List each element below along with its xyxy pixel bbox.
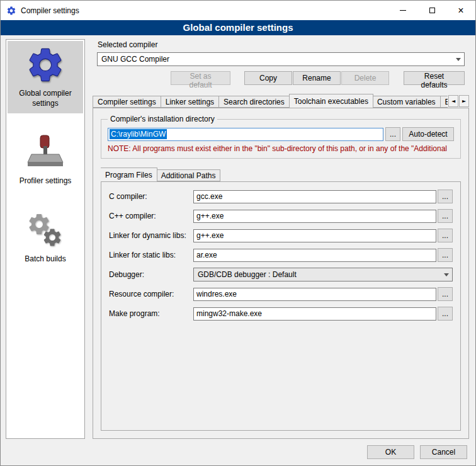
browse-resource-compiler-button[interactable]: ... xyxy=(438,287,453,301)
program-tabs: Program Files Additional Paths xyxy=(101,168,461,181)
dynamic-linker-label: Linker for dynamic libs: xyxy=(109,231,193,240)
gears-icon xyxy=(25,210,65,251)
page-title: Global compiler settings xyxy=(1,20,475,35)
rename-button[interactable]: Rename xyxy=(293,71,341,85)
ok-button[interactable]: OK xyxy=(367,445,414,459)
close-icon: × xyxy=(458,6,463,16)
minimize-button[interactable] xyxy=(388,1,417,20)
debugger-value: GDB/CDB debugger : Default xyxy=(198,270,441,279)
selected-compiler-label: Selected compiler xyxy=(98,40,470,49)
tab-scroll-right-button[interactable]: ► xyxy=(459,95,469,107)
debugger-label: Debugger: xyxy=(109,270,193,279)
chevron-down-icon xyxy=(453,53,464,65)
installation-directory-label: Compiler's installation directory xyxy=(108,115,217,123)
selected-compiler-value: GNU GCC Compiler xyxy=(101,55,453,64)
delete-button[interactable]: Delete xyxy=(341,71,389,85)
sidebar-item-label: Batch builds xyxy=(25,254,65,264)
tab-custom-variables[interactable]: Custom variables xyxy=(373,96,441,108)
sidebar-item-profiler-settings[interactable]: Profiler settings xyxy=(8,128,83,191)
tab-additional-paths[interactable]: Additional Paths xyxy=(157,169,221,181)
reset-defaults-button[interactable]: Reset defaults xyxy=(404,71,465,85)
installation-directory-group: Compiler's installation directory C:\ray… xyxy=(101,115,461,159)
selected-compiler-dropdown[interactable]: GNU GCC Compiler xyxy=(97,52,465,66)
dynamic-linker-row: Linker for dynamic libs: ... xyxy=(109,229,453,242)
c-compiler-input[interactable] xyxy=(193,190,436,203)
c-compiler-row: C compiler: ... xyxy=(109,190,453,203)
titlebar: Compiler settings × xyxy=(1,1,475,20)
tab-program-files[interactable]: Program Files xyxy=(101,168,157,181)
resource-compiler-row: Resource compiler: ... xyxy=(109,287,453,301)
static-linker-label: Linker for static libs: xyxy=(109,251,193,259)
static-linker-input[interactable] xyxy=(193,249,436,262)
sidebar-item-label: Profiler settings xyxy=(20,176,72,186)
resource-compiler-label: Resource compiler: xyxy=(109,290,193,298)
directory-note: NOTE: All programs must exist either in … xyxy=(108,144,454,153)
static-linker-row: Linker for static libs: ... xyxy=(109,248,453,262)
minimize-icon xyxy=(400,10,406,11)
window-title: Compiler settings xyxy=(21,6,79,15)
browse-directory-button[interactable]: ... xyxy=(385,127,400,141)
copy-button[interactable]: Copy xyxy=(244,71,292,85)
browse-dynamic-linker-button[interactable]: ... xyxy=(438,229,453,242)
toolchain-executables-page: Compiler's installation directory C:\ray… xyxy=(93,108,469,439)
profiler-tool-icon xyxy=(25,132,65,173)
browse-c-compiler-button[interactable]: ... xyxy=(438,190,453,203)
installation-directory-value: C:\raylib\MinGW xyxy=(110,129,167,139)
auto-detect-button[interactable]: Auto-detect xyxy=(402,127,454,141)
settings-category-list: Global compiler settings Profiler settin… xyxy=(6,39,85,439)
program-files-page: C compiler: ... C++ compiler: ... Linker… xyxy=(101,181,461,431)
sidebar-item-global-compiler-settings[interactable]: Global compiler settings xyxy=(8,41,83,113)
dialog-footer: OK Cancel xyxy=(1,441,475,465)
sidebar-item-label: Global compiler settings xyxy=(9,89,82,108)
maximize-icon xyxy=(429,8,435,13)
tab-compiler-settings[interactable]: Compiler settings xyxy=(93,96,161,108)
make-program-label: Make program: xyxy=(109,309,193,318)
dynamic-linker-input[interactable] xyxy=(193,229,436,242)
c-compiler-label: C compiler: xyxy=(109,192,193,201)
compiler-tabs: Compiler settings Linker settings Search… xyxy=(93,94,469,108)
sidebar-item-batch-builds[interactable]: Batch builds xyxy=(8,207,83,270)
debugger-dropdown[interactable]: GDB/CDB debugger : Default xyxy=(193,268,453,281)
cpp-compiler-row: C++ compiler: ... xyxy=(109,209,453,223)
chevron-down-icon xyxy=(441,268,452,281)
installation-directory-input[interactable]: C:\raylib\MinGW xyxy=(108,128,383,141)
app-icon xyxy=(6,6,16,16)
tab-build-truncated[interactable]: Buil xyxy=(441,96,448,108)
cpp-compiler-label: C++ compiler: xyxy=(109,212,193,220)
browse-make-program-button[interactable]: ... xyxy=(438,307,453,321)
set-as-default-button[interactable]: Set as default xyxy=(171,71,230,85)
resource-compiler-input[interactable] xyxy=(193,288,436,301)
maximize-button[interactable] xyxy=(417,1,446,20)
tab-scroll-left-button[interactable]: ◄ xyxy=(448,95,458,107)
make-program-input[interactable] xyxy=(193,307,436,321)
compiler-settings-window: Compiler settings × Global compiler sett… xyxy=(0,0,476,466)
tab-search-directories[interactable]: Search directories xyxy=(219,96,290,108)
cpp-compiler-input[interactable] xyxy=(193,210,436,223)
tab-toolchain-executables[interactable]: Toolchain executables xyxy=(289,94,373,108)
close-button[interactable]: × xyxy=(446,1,475,20)
cancel-button[interactable]: Cancel xyxy=(420,445,467,459)
gear-icon xyxy=(25,45,65,85)
make-program-row: Make program: ... xyxy=(109,307,453,321)
browse-cpp-compiler-button[interactable]: ... xyxy=(438,209,453,223)
browse-static-linker-button[interactable]: ... xyxy=(438,248,453,262)
tab-linker-settings[interactable]: Linker settings xyxy=(161,96,219,108)
debugger-row: Debugger: GDB/CDB debugger : Default xyxy=(109,268,453,281)
